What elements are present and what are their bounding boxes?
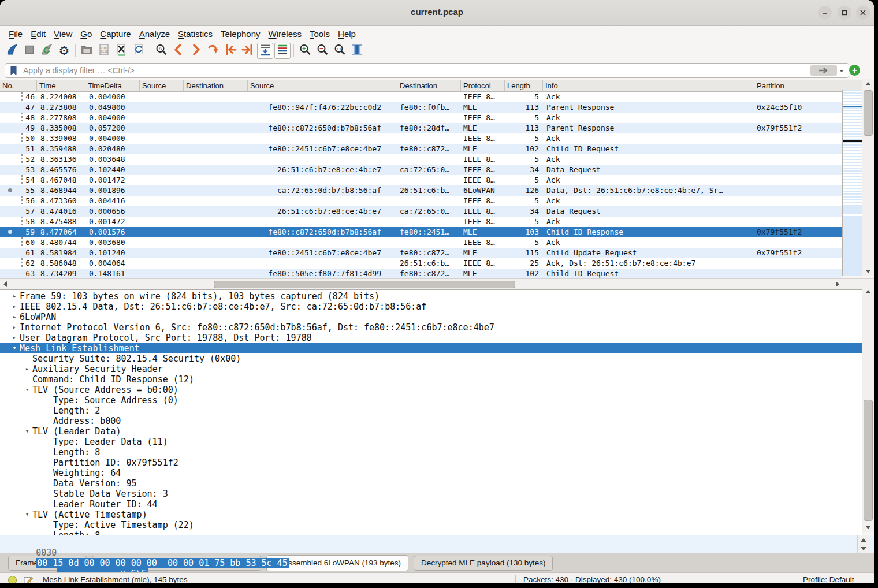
reload-file-button[interactable] — [131, 43, 147, 59]
hex-bytes-selected[interactable]: 00 15 0d 00 00 00 00 00 00 00 01 75 bb 5… — [36, 558, 288, 568]
detail-line[interactable]: Security Suite: 802.15.4 Security (0x00) — [0, 353, 862, 364]
collapsed-arrow-icon[interactable]: ▸ — [9, 322, 20, 333]
scroll-up-arrow[interactable] — [862, 286, 874, 296]
detail-line[interactable]: Address: b000 — [0, 416, 862, 426]
expanded-arrow-icon[interactable]: ▾ — [9, 343, 20, 353]
menu-view[interactable]: View — [50, 28, 76, 40]
detail-line[interactable]: Type: Leader Data (11) — [0, 437, 862, 447]
menu-tools[interactable]: Tools — [306, 28, 334, 40]
detail-line[interactable]: Length: 8 — [0, 530, 862, 535]
collapsed-arrow-icon[interactable]: ▸ — [22, 364, 32, 374]
scroll-right-arrow[interactable] — [833, 279, 842, 289]
zoom-original-button[interactable]: 1:1 — [332, 43, 348, 59]
apply-filter-button[interactable] — [810, 65, 837, 76]
detail-line[interactable]: Length: 8 — [0, 447, 862, 457]
close-file-button[interactable] — [113, 43, 129, 59]
detail-line[interactable]: ▸Internet Protocol Version 6, Src: fe80:… — [0, 322, 862, 333]
menu-edit[interactable]: Edit — [27, 28, 50, 40]
detail-line[interactable]: Length: 2 — [0, 405, 862, 416]
hex-row[interactable]: 0030 00 15 0d 00 00 00 00 00 00 00 01 75… — [5, 537, 289, 548]
column-header-partition[interactable]: Partition — [754, 80, 842, 91]
detail-line[interactable]: ▾TLV (Active Timestamp) — [0, 509, 862, 520]
zoom-out-button[interactable] — [314, 43, 330, 59]
detail-vscrollbar[interactable] — [862, 286, 874, 532]
packet-row-55[interactable]: 558.4689440.001896ca:72:65:0d:b7:b8:56:a… — [0, 185, 842, 196]
packet-row-59[interactable]: 598.4770640.001576fe80::c872:650d:b7b8:5… — [0, 227, 842, 237]
detail-line[interactable]: ▸Auxiliary Security Header — [0, 364, 862, 374]
expanded-arrow-icon[interactable]: ▾ — [22, 426, 32, 437]
packet-bytes-pane[interactable]: 0030 00 15 0d 00 00 00 00 00 00 00 01 75… — [0, 535, 874, 553]
detail-line[interactable]: Weighting: 64 — [0, 468, 862, 478]
column-header-source[interactable]: Source — [248, 80, 397, 91]
go-last-button[interactable] — [240, 43, 256, 59]
packet-row-53[interactable]: 538.4655760.10244026:51:c6:b7:e8:ce:4b:e… — [0, 165, 842, 175]
capture-options-button[interactable]: ⚙ — [56, 43, 72, 59]
menu-wireless[interactable]: Wireless — [265, 28, 306, 40]
display-filter-input[interactable]: Apply a display filter … <Ctrl-/> — [5, 63, 849, 78]
expert-info-icon[interactable] — [8, 576, 17, 583]
colorize-packets-button[interactable] — [274, 43, 291, 59]
packet-list-vscrollbar[interactable] — [862, 79, 874, 276]
menu-capture[interactable]: Capture — [96, 28, 135, 40]
column-header-source[interactable]: Source — [140, 80, 184, 91]
find-packet-button[interactable]: A — [153, 43, 169, 59]
menu-telephony[interactable]: Telephony — [217, 28, 264, 40]
minimize-button[interactable] — [818, 6, 832, 20]
column-header-time[interactable]: Time — [37, 80, 85, 91]
packet-row-46[interactable]: 468.2240080.004000IEEE 8…5Ack — [0, 92, 842, 102]
resize-columns-button[interactable] — [349, 43, 365, 59]
detail-line[interactable]: ▸IEEE 802.15.4 Data, Dst: 26:51:c6:b7:e8… — [0, 302, 862, 312]
save-file-button[interactable]: 01010110 — [96, 43, 112, 59]
column-header-no[interactable]: No. — [0, 80, 37, 91]
packet-row-63[interactable]: 638.7342090.148161fe80::505e:f807:7f81:4… — [0, 269, 842, 278]
go-to-packet-button[interactable] — [205, 43, 221, 59]
hex-vscrollbar[interactable] — [857, 535, 869, 553]
restart-capture-button[interactable] — [39, 43, 55, 59]
stop-capture-button[interactable] — [21, 43, 38, 59]
auto-scroll-button[interactable] — [257, 43, 273, 59]
start-capture-button[interactable] — [4, 43, 20, 59]
detail-line[interactable]: Type: Source Address (0) — [0, 395, 862, 405]
packet-row-54[interactable]: 548.4670480.001472IEEE 8…5Ack — [0, 175, 842, 185]
packet-row-62[interactable]: 628.5860480.00406426:51:c6:b…IEEE 8…25Ac… — [0, 258, 842, 269]
packet-row-61[interactable]: 618.5819840.101240fe80::2451:c6b7:e8ce:4… — [0, 248, 842, 258]
menu-analyze[interactable]: Analyze — [135, 28, 174, 40]
expanded-arrow-icon[interactable]: ▾ — [22, 385, 32, 395]
detail-line[interactable]: Command: Child ID Response (12) — [0, 374, 862, 385]
scroll-down-arrow[interactable] — [862, 523, 874, 532]
expanded-arrow-icon[interactable]: ▾ — [22, 509, 32, 520]
column-header-length[interactable]: Length — [505, 80, 543, 91]
go-next-button[interactable] — [188, 43, 204, 59]
filter-dropdown-caret[interactable] — [839, 70, 844, 75]
menu-help[interactable]: Help — [334, 28, 360, 40]
menu-go[interactable]: Go — [76, 28, 96, 40]
detail-line[interactable]: ▸Frame 59: 103 bytes on wire (824 bits),… — [0, 291, 862, 302]
open-file-button[interactable] — [79, 43, 95, 59]
detail-scroll-thumb[interactable] — [864, 400, 873, 521]
packet-row-52[interactable]: 528.3631360.003648IEEE 8…5Ack — [0, 154, 842, 165]
collapsed-arrow-icon[interactable]: ▸ — [9, 333, 20, 343]
column-header-info[interactable]: Info — [543, 80, 754, 91]
close-button[interactable] — [856, 6, 870, 20]
scroll-left-arrow[interactable] — [0, 279, 9, 289]
maximize-button[interactable] — [838, 6, 851, 20]
hscroll-thumb[interactable] — [214, 281, 515, 288]
titlebar[interactable]: current.pcap — [0, 0, 874, 26]
packet-row-50[interactable]: 508.3390080.004000IEEE 8…5Ack — [0, 133, 842, 144]
go-first-button[interactable] — [222, 43, 239, 59]
detail-line[interactable]: ▾Mesh Link Establishment — [0, 343, 862, 353]
detail-line[interactable]: ▸User Datagram Protocol, Src Port: 19788… — [0, 333, 862, 343]
detail-line[interactable]: Partition ID: 0x79f551f2 — [0, 457, 862, 468]
capture-comment-icon[interactable] — [23, 575, 34, 583]
vscroll-thumb[interactable] — [864, 90, 873, 136]
zoom-in-button[interactable] — [297, 43, 313, 59]
detail-line[interactable]: ▾TLV (Leader Data) — [0, 426, 862, 437]
profile-text[interactable]: Profile: Default — [803, 575, 854, 583]
go-previous-button[interactable] — [170, 43, 187, 59]
detail-line[interactable]: Stable Data Version: 3 — [0, 489, 862, 499]
packet-row-49[interactable]: 498.3350080.057200fe80::c872:650d:b7b8:5… — [0, 123, 842, 133]
column-header-protocol[interactable]: Protocol — [461, 80, 505, 91]
menu-file[interactable]: File — [5, 28, 27, 40]
bookmark-icon[interactable] — [8, 65, 20, 76]
column-header-destination[interactable]: Destination — [397, 80, 461, 91]
